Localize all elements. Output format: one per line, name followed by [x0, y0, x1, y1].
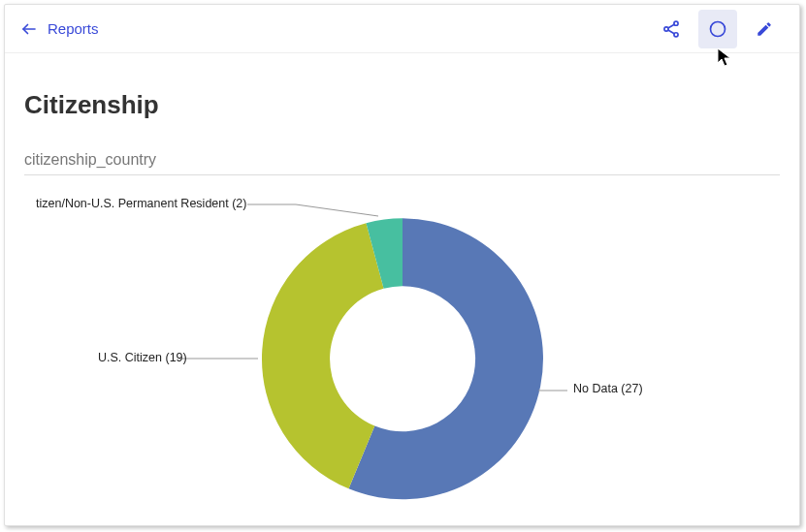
share-button[interactable] — [652, 10, 691, 48]
donut-chart: No Data (27) U.S. Citizen (19) tizen/Non… — [24, 175, 780, 524]
edit-button[interactable] — [745, 10, 784, 48]
back-link[interactable]: Reports — [20, 20, 99, 38]
back-link-label: Reports — [48, 20, 99, 37]
arrow-left-icon — [20, 20, 38, 38]
label-resident: tizen/Non-U.S. Permanent Resident (2) — [36, 197, 246, 210]
label-citizen: U.S. Citizen (19) — [98, 351, 187, 364]
contrast-circle-icon — [708, 19, 727, 39]
label-nodata: No Data (27) — [573, 382, 643, 395]
svg-line-4 — [668, 24, 674, 28]
page-title: Citizenship — [24, 90, 780, 120]
pencil-icon — [756, 20, 773, 38]
topbar: Reports — [5, 5, 799, 53]
share-icon — [661, 19, 681, 39]
view-toggle-button[interactable] — [698, 10, 737, 48]
svg-line-5 — [668, 30, 674, 34]
svg-point-6 — [711, 21, 725, 36]
donut-svg — [252, 208, 553, 509]
field-label: citizenship_country — [24, 151, 780, 175]
